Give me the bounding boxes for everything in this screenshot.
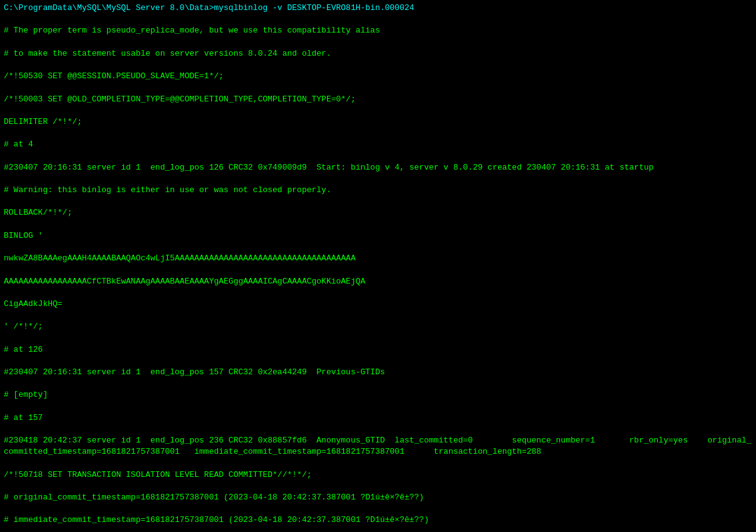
terminal-line-1: # The proper term is pseudo_replica_mode… <box>4 25 752 36</box>
terminal-line-18: # at 157 <box>4 412 752 424</box>
terminal-line-3: /*!50530 SET @@SESSION.PSEUDO_SLAVE_MODE… <box>4 71 752 82</box>
terminal-line-7: #230407 20:16:31 server id 1 end_log_pos… <box>4 162 752 173</box>
terminal-line-9: ROLLBACK/*!*/; <box>4 207 752 218</box>
terminal-line-10: BINLOG ' <box>4 230 752 242</box>
terminal-line-17: # [empty] <box>4 389 752 401</box>
terminal-line-15: # at 126 <box>4 344 752 356</box>
terminal-line-12: AAAAAAAAAAAAAAAAACfCTBkEwANAAgAAAABAAEAA… <box>4 276 752 287</box>
terminal-line-16: #230407 20:16:31 server id 1 end_log_pos… <box>4 367 752 378</box>
terminal-line-0: C:\ProgramData\MySQL\MySQL Server 8.0\Da… <box>4 3 752 14</box>
terminal-line-22: # immediate_commit_timestamp=16818217573… <box>4 514 752 526</box>
terminal-line-4: /*!50003 SET @OLD_COMPLETION_TYPE=@@COMP… <box>4 94 752 105</box>
terminal-line-11: nwkwZA8BAAAegAAAH4AAAABAAQAOc4wLjI5AAAAA… <box>4 253 752 264</box>
terminal-line-6: # at 4 <box>4 139 752 150</box>
terminal-line-19: #230418 20:42:37 server id 1 end_log_pos… <box>4 435 752 458</box>
terminal-line-13: CigAAdkJkHQ= <box>4 299 752 310</box>
terminal-line-8: # Warning: this binlog is either in use … <box>4 185 752 196</box>
terminal-output: C:\ProgramData\MySQL\MySQL Server 8.0\Da… <box>0 0 756 532</box>
terminal-line-2: # to make the statement usable on server… <box>4 48 752 59</box>
terminal-line-20: /*!50718 SET TRANSACTION ISOLATION LEVEL… <box>4 469 752 481</box>
terminal-line-5: DELIMITER /*!*/; <box>4 116 752 128</box>
terminal-line-14: ' /*!*/; <box>4 321 752 332</box>
terminal-line-21: # original_commit_timestamp=168182175738… <box>4 492 752 503</box>
